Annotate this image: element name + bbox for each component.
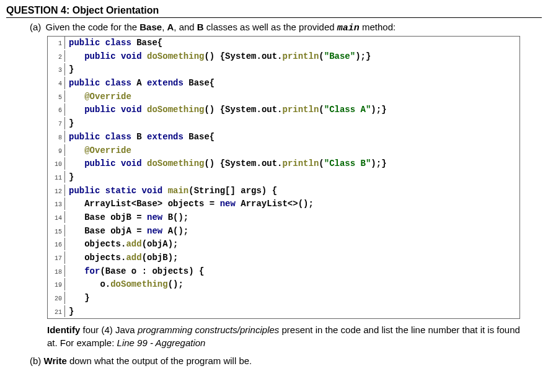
write-word: Write <box>44 355 67 366</box>
code-line: 6 public void doSomething() {System.out.… <box>48 103 519 117</box>
line-number: 16 <box>48 238 65 250</box>
code-content: public class B extends Base{ <box>65 131 214 144</box>
code-line: 5 @Override <box>48 90 519 104</box>
line-number: 14 <box>48 211 65 224</box>
part-b: (b) Write down what the output of the pr… <box>30 355 542 366</box>
code-content: Base objA = new A(); <box>65 225 188 238</box>
code-line: 8public class B extends Base{ <box>48 131 519 144</box>
constructs-word: programming constructs/principles <box>138 324 279 335</box>
code-content: } <box>65 63 74 77</box>
code-content: o.doSomething(); <box>65 278 183 292</box>
line-number: 15 <box>48 225 65 237</box>
code-line: 9 @Override <box>48 144 519 158</box>
code-line: 14 Base objB = new B(); <box>48 211 519 225</box>
code-content: public void doSomething() {System.out.pr… <box>65 50 371 64</box>
code-content: for(Base o : objects) { <box>65 265 204 279</box>
code-content: @Override <box>65 144 131 158</box>
code-content: public class A extends Base{ <box>65 77 214 90</box>
code-content: public void doSomething() {System.out.pr… <box>65 157 387 171</box>
code-content: @Override <box>65 90 131 104</box>
code-content: Base objB = new B(); <box>65 211 188 225</box>
code-line: 21} <box>48 305 519 319</box>
code-line: 1public class Base{ <box>48 37 519 50</box>
code-line: 19 o.doSomething(); <box>48 278 519 292</box>
code-line: 2 public void doSomething() {System.out.… <box>48 50 519 64</box>
line-number: 2 <box>48 50 65 63</box>
line-number: 9 <box>48 144 65 157</box>
question-title: QUESTION 4: Object Orientation <box>6 5 542 18</box>
line-number: 6 <box>48 103 65 116</box>
inst-text1: four (4) Java <box>80 324 138 335</box>
code-content: public class Base{ <box>65 37 162 50</box>
line-number: 5 <box>48 90 65 103</box>
code-content: objects.add(objA); <box>65 238 178 251</box>
code-line: 7} <box>48 117 519 131</box>
code-line: 17 objects.add(objB); <box>48 251 519 265</box>
line-number: 19 <box>48 278 65 290</box>
part-a-label: (a) <box>30 22 41 32</box>
base-word: Base <box>139 22 162 32</box>
line-number: 11 <box>48 171 65 183</box>
line-number: 1 <box>48 37 65 49</box>
a-word: A <box>167 22 174 32</box>
line-number: 4 <box>48 77 65 89</box>
mid-text: classes as well as the provided <box>204 22 337 32</box>
part-a-intro: (a) Given the code for the Base, A, and … <box>30 22 542 33</box>
part-b-label: (b) <box>30 355 41 366</box>
code-line: 3} <box>48 63 519 77</box>
code-content: ArrayList<Base> objects = new ArrayList<… <box>65 198 314 211</box>
code-line: 16 objects.add(objA); <box>48 238 519 251</box>
code-content: public void doSomething() {System.out.pr… <box>65 103 387 117</box>
comma2: , and <box>174 22 197 32</box>
code-line: 10 public void doSomething() {System.out… <box>48 157 519 171</box>
code-line: 18 for(Base o : objects) { <box>48 265 519 279</box>
code-line: 15 Base objA = new A(); <box>48 225 519 238</box>
code-content: public static void main(String[] args) { <box>65 185 277 198</box>
line-number: 17 <box>48 251 65 264</box>
identify-word: Identify <box>47 324 80 335</box>
code-line: 11} <box>48 171 519 185</box>
code-content: } <box>65 305 74 319</box>
code-content: } <box>65 117 74 131</box>
code-content: } <box>65 292 90 305</box>
b-word: B <box>197 22 204 32</box>
part-a-instruction: Identify four (4) Java programming const… <box>47 324 526 349</box>
line-number: 8 <box>48 131 65 143</box>
part-b-text: down what the output of the program will… <box>67 355 252 366</box>
line-number: 7 <box>48 117 65 129</box>
line-number: 20 <box>48 292 65 304</box>
part-a-text1: Given the code for the <box>46 22 140 32</box>
code-line: 20 } <box>48 292 519 305</box>
main-word: main <box>337 23 360 33</box>
line-number: 10 <box>48 157 65 170</box>
after-text: method: <box>360 22 396 32</box>
code-content: } <box>65 171 74 185</box>
line-number: 18 <box>48 265 65 277</box>
line-number: 12 <box>48 185 65 197</box>
line-number: 13 <box>48 198 65 210</box>
code-content: objects.add(objB); <box>65 251 178 265</box>
code-line: 13 ArrayList<Base> objects = new ArrayLi… <box>48 198 519 211</box>
code-block: 1public class Base{2 public void doSomet… <box>47 36 520 319</box>
line-number: 3 <box>48 63 65 76</box>
code-line: 12public static void main(String[] args)… <box>48 185 519 198</box>
example-text: Line 99 - Aggregation <box>117 338 206 348</box>
line-number: 21 <box>48 305 65 318</box>
code-line: 4public class A extends Base{ <box>48 77 519 90</box>
